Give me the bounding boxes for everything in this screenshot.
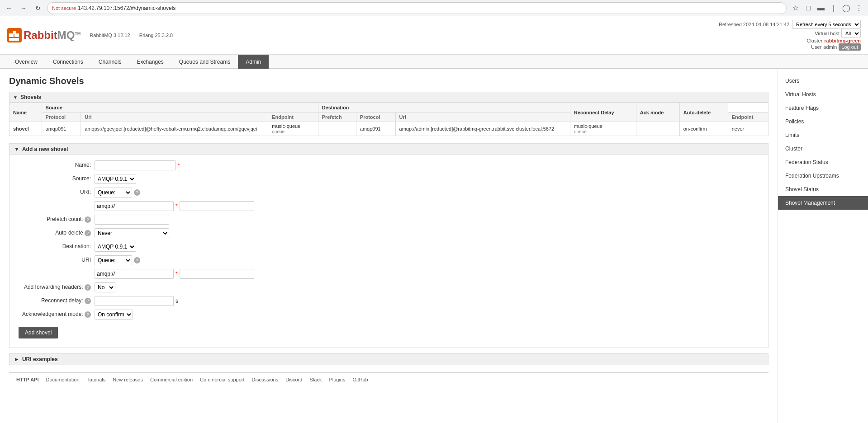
log-out-button[interactable]: Log out bbox=[839, 43, 861, 51]
reconnect-delay bbox=[636, 122, 679, 136]
prefetch-input[interactable] bbox=[95, 215, 169, 225]
tab-admin[interactable]: Admin bbox=[238, 55, 269, 69]
src-uri-type-select[interactable]: Queue: Exchange: bbox=[95, 188, 132, 197]
extensions-icon[interactable]: ▬ bbox=[816, 4, 826, 12]
add-shovel-button[interactable]: Add shovel bbox=[19, 327, 58, 338]
sidebar-item-users[interactable]: Users bbox=[778, 74, 868, 88]
src-uri-input[interactable] bbox=[95, 201, 174, 211]
shovel-name: shovel bbox=[9, 122, 42, 136]
sidebar-item-policies[interactable]: Policies bbox=[778, 115, 868, 128]
cluster-name: rabbitmq-green bbox=[824, 38, 861, 43]
sidebar-item-limits[interactable]: Limits bbox=[778, 128, 868, 142]
src-uri: amqps://gqevjqei:[redacted]@hefty-cobalt… bbox=[81, 122, 268, 136]
sidebar-item-cluster[interactable]: Cluster bbox=[778, 142, 868, 155]
dst-protocol-select[interactable]: AMQP 0.9.1 AMQP 1.0 bbox=[95, 242, 136, 252]
svg-rect-3 bbox=[9, 38, 19, 41]
src-uri-label: URI: bbox=[19, 188, 91, 195]
sidebar: Users Virtual Hosts Feature Flags Polici… bbox=[778, 69, 868, 423]
destination-label: Destination: bbox=[19, 242, 91, 249]
dst-uri-help-icon: ? bbox=[134, 257, 140, 263]
shovels-table: Name Source Destination Reconnect Delay … bbox=[9, 103, 768, 136]
reconnect-delay-unit: s bbox=[175, 298, 178, 304]
shovels-arrow-icon: ▼ bbox=[13, 95, 18, 100]
ack-mode-select[interactable]: On confirm On publish No ack bbox=[95, 310, 133, 320]
dst-uri-type-group: Queue: Exchange: ? bbox=[95, 255, 140, 265]
dst-uri-input[interactable] bbox=[95, 269, 174, 279]
sidebar-item-federation-status[interactable]: Federation Status bbox=[778, 155, 868, 169]
src-endpoint: music-queue queue bbox=[268, 122, 318, 136]
footer-discord[interactable]: Discord bbox=[285, 377, 302, 382]
dst-uri-type-select[interactable]: Queue: Exchange: bbox=[95, 255, 132, 265]
dst-endpoint-input[interactable] bbox=[180, 269, 254, 279]
add-shovel-header[interactable]: ▼ Add a new shovel bbox=[9, 144, 768, 155]
footer-commercial-support[interactable]: Commercial support bbox=[200, 377, 244, 382]
src-uri-value-row: * bbox=[19, 201, 759, 211]
divider-icon: | bbox=[828, 4, 839, 12]
logo-mq: MQ bbox=[57, 29, 75, 41]
tab-connections[interactable]: Connections bbox=[45, 55, 91, 69]
footer-http-api[interactable]: HTTP API bbox=[16, 377, 39, 382]
forward-button[interactable]: → bbox=[18, 3, 29, 14]
table-row: shovel amqp091 amqps://gqevjqei:[redacte… bbox=[9, 122, 768, 136]
shovels-section-header[interactable]: ▼ Shovels bbox=[9, 92, 768, 103]
src-endpoint-input[interactable] bbox=[180, 201, 254, 211]
tab-icon[interactable]: □ bbox=[803, 4, 814, 12]
name-input[interactable] bbox=[95, 160, 176, 170]
ack-mode-help-icon: ? bbox=[85, 311, 91, 318]
sidebar-item-shovel-management[interactable]: Shovel Management bbox=[778, 196, 868, 210]
erlang-version: Erlang 25.3.2.8 bbox=[139, 33, 173, 38]
reconnect-delay-input[interactable] bbox=[95, 296, 174, 306]
fwd-headers-field-group: No Yes bbox=[95, 282, 115, 292]
tab-queues-streams[interactable]: Queues and Streams bbox=[171, 55, 238, 69]
ack-mode: on-confirm bbox=[679, 122, 728, 136]
auto-delete-field-group: Never After initial length transferred A… bbox=[95, 228, 169, 238]
profile-icon[interactable]: ◯ bbox=[841, 4, 852, 12]
tab-channels[interactable]: Channels bbox=[91, 55, 129, 69]
star-icon[interactable]: ☆ bbox=[790, 4, 801, 12]
uri-examples-section: ► URI examples bbox=[9, 353, 768, 365]
svg-rect-1 bbox=[9, 33, 14, 37]
sidebar-item-shovel-status[interactable]: Shovel Status bbox=[778, 183, 868, 196]
add-shovel-label: Add a new shovel bbox=[22, 146, 68, 152]
footer-new-releases[interactable]: New releases bbox=[113, 377, 143, 382]
footer-commercial-edition[interactable]: Commercial edition bbox=[150, 377, 193, 382]
refresh-select[interactable]: Refresh every 5 seconds Manually Every 1… bbox=[792, 20, 861, 29]
footer-discussions[interactable]: Discussions bbox=[252, 377, 279, 382]
dst-uri: amqp://admin:[redacted]@rabbitmq-green.r… bbox=[395, 122, 570, 136]
fwd-headers-help-icon: ? bbox=[85, 284, 91, 291]
add-shovel-section: ▼ Add a new shovel Name: * Source: bbox=[9, 143, 768, 348]
footer-github[interactable]: GitHub bbox=[352, 377, 368, 382]
dst-uri-row: URI Queue: Exchange: ? bbox=[19, 255, 759, 265]
src-prefetch bbox=[318, 122, 356, 136]
footer-plugins[interactable]: Plugins bbox=[329, 377, 345, 382]
browser-right-icons: ☆ □ ▬ | ◯ ⋮ bbox=[790, 4, 864, 12]
src-uri-header: Uri bbox=[81, 113, 268, 122]
footer-documentation[interactable]: Documentation bbox=[46, 377, 80, 382]
nav-tabs: Overview Connections Channels Exchanges … bbox=[0, 55, 868, 69]
dst-uri-header: Uri bbox=[395, 113, 570, 122]
reload-button[interactable]: ↻ bbox=[33, 3, 43, 14]
virtual-host-select[interactable]: All bbox=[841, 29, 861, 38]
not-secure-label: Not secure bbox=[52, 5, 76, 11]
prefetch-row: Prefetch count: ? bbox=[19, 215, 759, 225]
fwd-headers-select[interactable]: No Yes bbox=[95, 282, 115, 292]
rabbitmq-version: RabbitMQ 3.12.12 bbox=[90, 33, 130, 38]
footer-slack[interactable]: Slack bbox=[310, 377, 322, 382]
sidebar-item-federation-upstreams[interactable]: Federation Upstreams bbox=[778, 169, 868, 183]
add-shovel-form: Name: * Source: AMQP 0.9.1 AMQP 1.0 bbox=[9, 155, 768, 348]
back-button[interactable]: ← bbox=[4, 3, 14, 14]
auto-delete-select[interactable]: Never After initial length transferred A… bbox=[95, 228, 169, 238]
sidebar-item-virtual-hosts[interactable]: Virtual Hosts bbox=[778, 88, 868, 101]
source-protocol-select[interactable]: AMQP 0.9.1 AMQP 1.0 bbox=[95, 174, 136, 184]
src-uri-value-group: * bbox=[95, 201, 254, 211]
reconnect-delay-help-icon: ? bbox=[85, 298, 91, 304]
tab-overview[interactable]: Overview bbox=[7, 55, 45, 69]
sidebar-item-feature-flags[interactable]: Feature Flags bbox=[778, 101, 868, 115]
dst-protocol: amqp091 bbox=[356, 122, 395, 136]
prefetch-help-icon: ? bbox=[85, 216, 91, 223]
col-reconnect-delay: Reconnect Delay bbox=[570, 103, 636, 122]
footer-tutorials[interactable]: Tutorials bbox=[87, 377, 106, 382]
menu-icon[interactable]: ⋮ bbox=[854, 4, 864, 12]
uri-examples-header[interactable]: ► URI examples bbox=[9, 354, 768, 365]
tab-exchanges[interactable]: Exchanges bbox=[129, 55, 171, 69]
